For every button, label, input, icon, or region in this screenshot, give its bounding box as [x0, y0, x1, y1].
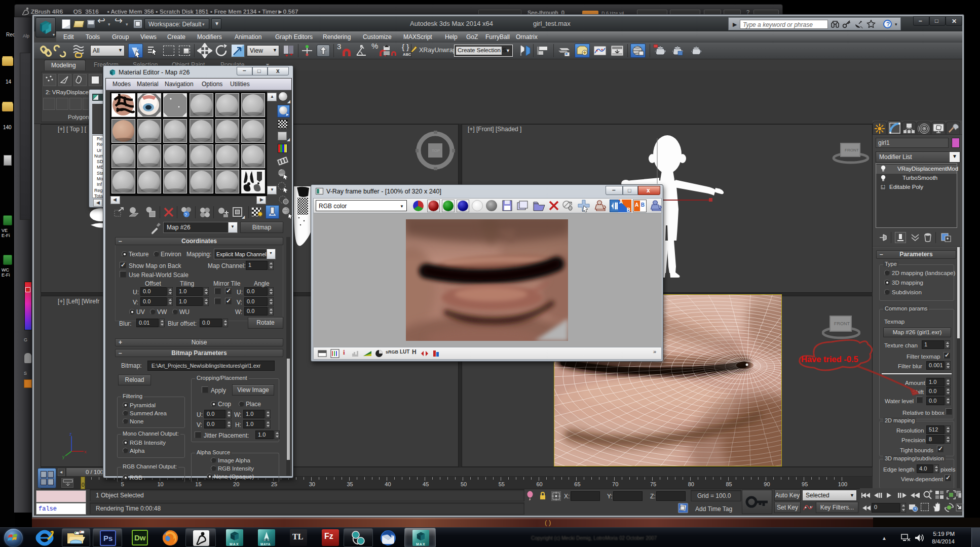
svg-text:x: x: [84, 449, 87, 454]
svg-text:z: z: [69, 432, 72, 437]
svg-text:FRONT: FRONT: [834, 321, 850, 326]
svg-text:?: ?: [184, 212, 187, 217]
svg-text:TOP: TOP: [432, 148, 440, 153]
svg-text:y: y: [62, 454, 65, 459]
svg-text:FRONT: FRONT: [845, 148, 859, 152]
